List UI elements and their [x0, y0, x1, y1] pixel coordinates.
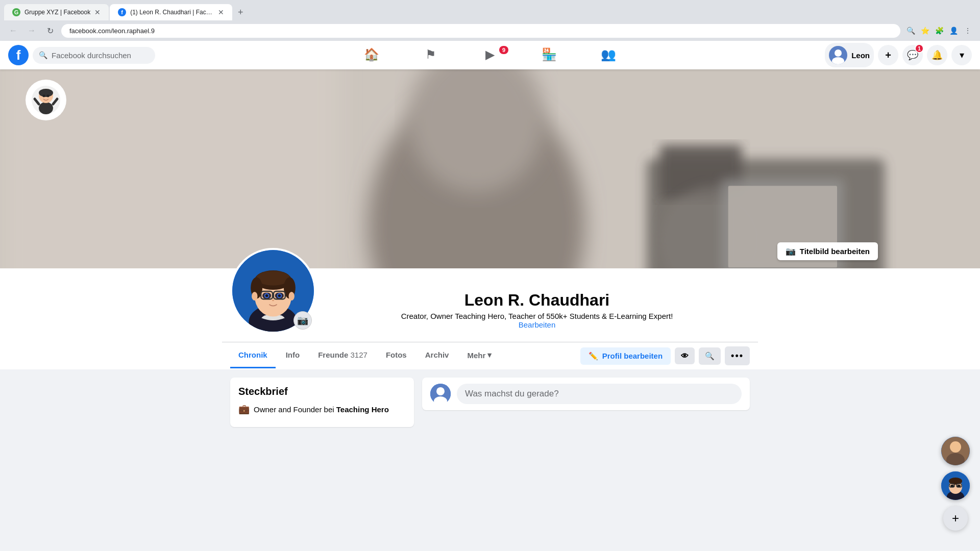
tab1-close[interactable]: ✕	[94, 8, 101, 16]
home-icon: 🏠	[364, 47, 379, 62]
browser-chrome: G Gruppe XYZ | Facebook ✕ f (1) Leon R. …	[0, 0, 980, 41]
chevron-down-icon: ▾	[960, 49, 964, 61]
cover-photo: 📷 Titelbild bearbeiten	[0, 69, 980, 268]
post-composer: Was machst du gerade?	[422, 378, 750, 410]
svg-point-29	[288, 292, 294, 300]
search-profile-button[interactable]: 🔍	[699, 347, 721, 365]
profile-nav-tabs: Chronik Info Freunde 3127 Fotos Archiv M…	[230, 343, 580, 368]
tab1-favicon: G	[12, 8, 20, 16]
info-label: Info	[286, 350, 300, 359]
right-column: Was machst du gerade?	[422, 378, 750, 435]
svg-point-15	[39, 89, 53, 97]
nav-marketplace[interactable]: 🏪	[521, 43, 578, 67]
profile-name: Leon R. Chaudhari	[324, 291, 750, 310]
svg-point-38	[278, 294, 281, 297]
browser-menu-icon[interactable]: ⋮	[962, 24, 974, 37]
composer-placeholder: Was machst du gerade?	[465, 389, 559, 398]
forward-button[interactable]: →	[24, 23, 39, 38]
floating-avatar-1[interactable]	[941, 437, 970, 465]
tab-mehr[interactable]: Mehr ▾	[459, 343, 500, 368]
eye-icon: 👁	[681, 352, 689, 360]
tab-chronik[interactable]: Chronik	[230, 343, 276, 368]
plus-icon: +	[885, 49, 891, 61]
svg-point-17	[47, 95, 50, 97]
freunde-count: 3127	[351, 350, 368, 359]
profile-actions: ✏️ Profil bearbeiten 👁 🔍 •••	[580, 342, 750, 369]
archiv-label: Archiv	[425, 350, 449, 359]
messenger-button[interactable]: 💬 1	[902, 45, 923, 65]
new-tab-button[interactable]: +	[233, 5, 248, 19]
facebook-logo[interactable]: f	[8, 45, 29, 65]
nav-friends[interactable]: 👥	[580, 43, 637, 67]
user-menu-button[interactable]: Leon	[825, 43, 874, 67]
reload-button[interactable]: ↻	[43, 23, 57, 38]
svg-point-40	[436, 387, 445, 395]
browser-extensions-icon[interactable]: 🧩	[933, 24, 945, 37]
browser-star-icon[interactable]: ⭐	[919, 24, 931, 37]
browser-actions: 🔍 ⭐ 🧩 👤 ⋮	[904, 24, 974, 37]
edit-cover-button[interactable]: 📷 Titelbild bearbeiten	[777, 242, 878, 260]
tab-archiv[interactable]: Archiv	[417, 343, 457, 368]
svg-point-13	[39, 102, 53, 114]
svg-point-16	[43, 95, 45, 97]
steckbrief-work-text: Owner and Founder bei Teaching Hero	[254, 405, 389, 414]
nav-center: 🏠 ⚑ ▶ 9 🏪 👥	[159, 43, 821, 67]
profile-bio: Creator, Owner Teaching Hero, Teacher of…	[324, 312, 750, 320]
facebook-navbar: f 🔍 Facebook durchsuchen 🏠 ⚑ ▶ 9 🏪 👥 Leo…	[0, 41, 980, 69]
tab-freunde[interactable]: Freunde 3127	[310, 343, 376, 368]
nav-right: Leon + 💬 1 🔔 ▾	[825, 43, 972, 67]
edit-profile-label: Profil bearbeiten	[602, 352, 663, 360]
fb-logo-letter: f	[16, 47, 21, 63]
friends-icon: 👥	[601, 47, 616, 62]
main-content: Steckbrief 💼 Owner and Founder bei Teach…	[222, 378, 758, 435]
tab2-favicon: f	[118, 8, 126, 16]
user-name: Leon	[851, 51, 870, 60]
search-profile-icon: 🔍	[705, 352, 715, 361]
browser-search-icon[interactable]: 🔍	[904, 24, 917, 37]
view-profile-button[interactable]: 👁	[675, 347, 695, 364]
edit-profile-button[interactable]: ✏️ Profil bearbeiten	[580, 347, 671, 365]
svg-point-1	[832, 57, 844, 64]
floating-avatar-2[interactable]	[941, 471, 970, 500]
marketplace-icon: 🏪	[542, 47, 557, 62]
tab-fotos[interactable]: Fotos	[378, 343, 415, 368]
fab-plus-icon: +	[952, 511, 959, 525]
profile-avatar-wrap: 📷	[230, 248, 316, 334]
tab2-title: (1) Leon R. Chaudhari | Faceb…	[130, 9, 214, 16]
tab-info[interactable]: Info	[278, 343, 308, 368]
notifications-icon: 🔔	[932, 49, 943, 61]
nav-pages[interactable]: ⚑	[402, 43, 459, 67]
nav-home[interactable]: 🏠	[343, 43, 400, 67]
tab2-close[interactable]: ✕	[218, 8, 224, 16]
floating-avatars	[941, 437, 970, 500]
search-bar[interactable]: 🔍 Facebook durchsuchen	[33, 47, 155, 64]
address-bar[interactable]: facebook.com/leon.raphael.9	[61, 24, 900, 38]
back-button[interactable]: ←	[6, 23, 20, 38]
nav-watch[interactable]: ▶ 9	[461, 43, 519, 67]
search-placeholder: Facebook durchsuchen	[52, 51, 131, 60]
profile-nav-row: Chronik Info Freunde 3127 Fotos Archiv M…	[222, 342, 758, 369]
profile-bio-edit-link[interactable]: Bearbeiten	[519, 320, 556, 329]
composer-input[interactable]: Was machst du gerade?	[457, 384, 742, 404]
composer-top: Was machst du gerade?	[430, 384, 742, 404]
tab-1[interactable]: G Gruppe XYZ | Facebook ✕	[4, 4, 109, 20]
user-avatar	[829, 46, 847, 64]
tab-2[interactable]: f (1) Leon R. Chaudhari | Faceb… ✕	[110, 4, 232, 20]
create-button[interactable]: +	[878, 45, 898, 65]
svg-point-0	[835, 49, 842, 57]
profile-sticker	[26, 80, 66, 120]
fab-button[interactable]: +	[943, 506, 968, 531]
watch-badge: 9	[499, 46, 508, 54]
browser-profile-icon[interactable]: 👤	[947, 24, 960, 37]
tab1-title: Gruppe XYZ | Facebook	[24, 9, 90, 16]
profile-name-bio: Leon R. Chaudhari Creator, Owner Teachin…	[324, 291, 750, 334]
more-profile-button[interactable]: •••	[725, 346, 750, 365]
avatar-camera-button[interactable]: 📷	[293, 311, 312, 330]
steckbrief-company: Teaching Hero	[336, 405, 389, 414]
notifications-button[interactable]: 🔔	[927, 45, 947, 65]
steckbrief-card: Steckbrief 💼 Owner and Founder bei Teach…	[230, 378, 414, 427]
more-dots-icon: •••	[731, 350, 744, 361]
account-dropdown-button[interactable]: ▾	[951, 45, 972, 65]
svg-point-43	[950, 441, 961, 453]
address-text: facebook.com/leon.raphael.9	[69, 27, 892, 35]
